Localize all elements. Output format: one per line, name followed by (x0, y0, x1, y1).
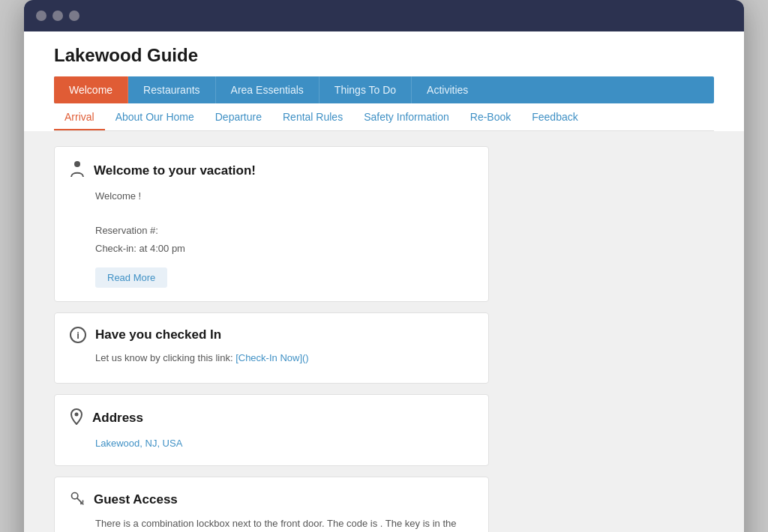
nav-safety-information[interactable]: Safety Information (353, 103, 460, 130)
svg-point-2 (72, 492, 78, 498)
content-left: Welcome to your vacation! Welcome ! Rese… (54, 146, 489, 532)
check-in-card-body: Let us know by clicking this link: [Chec… (70, 351, 473, 366)
svg-point-1 (75, 412, 79, 416)
nav-things-to-do[interactable]: Things To Do (320, 76, 412, 103)
info-icon: i (70, 327, 86, 343)
browser-dot-1 (36, 10, 46, 21)
nav-about-our-home[interactable]: About Our Home (105, 103, 205, 130)
welcome-line-4: Check-in: at 4:00 pm (95, 241, 473, 257)
nav-area-essentials[interactable]: Area Essentials (216, 76, 320, 103)
address-card-header: Address (70, 408, 473, 429)
browser-window: Lakewood Guide Welcome Restaurants Area … (24, 0, 744, 532)
app-title: Lakewood Guide (54, 45, 714, 66)
check-in-card: i Have you checked In Let us know by cli… (54, 312, 489, 384)
guest-access-line-1: There is a combination lockbox next to t… (95, 516, 473, 532)
content-right (504, 146, 714, 532)
nav-feedback[interactable]: Feedback (521, 103, 588, 130)
check-in-card-title: Have you checked In (95, 327, 221, 342)
guest-access-card-title: Guest Access (94, 492, 178, 507)
address-card-body: Lakewood, NJ, USA (70, 436, 473, 452)
secondary-nav: Arrival About Our Home Departure Rental … (54, 103, 714, 131)
main-content: Welcome to your vacation! Welcome ! Rese… (24, 131, 744, 532)
welcome-line-1: Welcome ! (95, 189, 473, 205)
read-more-button[interactable]: Read More (95, 267, 167, 288)
browser-dot-2 (52, 10, 63, 21)
guest-access-card: Guest Access There is a combination lock… (54, 477, 489, 532)
welcome-card-header: Welcome to your vacation! (70, 160, 473, 181)
welcome-card-title: Welcome to your vacation! (94, 163, 256, 178)
location-icon (70, 408, 83, 429)
address-card: Address Lakewood, NJ, USA (54, 394, 489, 466)
nav-activities[interactable]: Activities (412, 76, 483, 103)
address-card-title: Address (92, 411, 143, 426)
check-in-link[interactable]: [Check-In Now]() (236, 352, 309, 363)
key-icon (70, 491, 85, 509)
person-icon (70, 160, 85, 181)
guest-access-card-body: There is a combination lockbox next to t… (70, 516, 473, 532)
browser-content: Lakewood Guide Welcome Restaurants Area … (24, 31, 744, 532)
nav-re-book[interactable]: Re-Book (460, 103, 521, 130)
nav-arrival[interactable]: Arrival (54, 103, 105, 130)
primary-nav: Welcome Restaurants Area Essentials Thin… (54, 76, 714, 103)
nav-restaurants[interactable]: Restaurants (128, 76, 215, 103)
svg-point-0 (74, 161, 80, 167)
welcome-card: Welcome to your vacation! Welcome ! Rese… (54, 146, 489, 302)
app-header: Lakewood Guide Welcome Restaurants Area … (24, 31, 744, 131)
welcome-card-body: Welcome ! Reservation #: Check-in: at 4:… (70, 189, 473, 288)
nav-departure[interactable]: Departure (205, 103, 272, 130)
nav-rental-rules[interactable]: Rental Rules (272, 103, 353, 130)
address-link[interactable]: Lakewood, NJ, USA (95, 438, 182, 449)
browser-dot-3 (69, 10, 80, 21)
check-in-line-1: Let us know by clicking this link: [Chec… (95, 351, 473, 366)
nav-welcome[interactable]: Welcome (54, 76, 128, 103)
guest-access-card-header: Guest Access (70, 491, 473, 509)
check-in-card-header: i Have you checked In (70, 327, 473, 343)
welcome-line-3: Reservation #: (95, 223, 473, 239)
browser-titlebar (24, 0, 744, 31)
